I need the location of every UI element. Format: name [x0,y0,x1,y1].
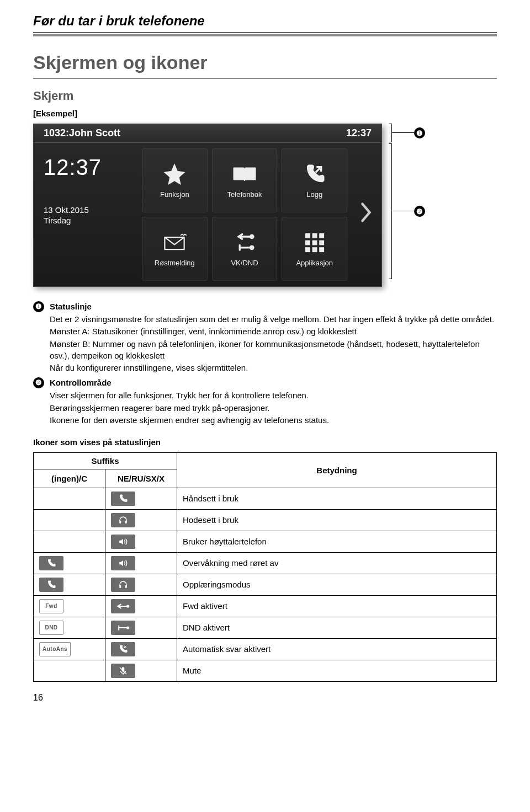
status-icon-headset [111,578,135,592]
cell-meaning: Bruker høyttalertelefon [177,531,497,552]
status-icon-dnd: DND [39,621,63,635]
svg-rect-3 [305,233,310,238]
table-row: AutoAnsAutomatisk svar aktivert [34,638,497,660]
tile-label: VK/DND [231,259,258,267]
big-time: 12:37 [44,155,132,180]
svg-rect-14 [119,585,121,588]
cell-meaning: DND aktivert [177,617,497,638]
svg-point-16 [126,605,129,607]
table-row: Håndsett i bruk [34,488,497,509]
rule [33,34,497,36]
svg-rect-5 [320,233,324,238]
definition-item: ❶StatuslinjeDet er 2 visningsmønstre for… [33,301,497,375]
tile-label: Funksjon [160,190,189,199]
tile-funksjon[interactable]: Funksjon [142,148,208,212]
cell-meaning: Opplæringsmodus [177,574,497,595]
definition-para: Mønster B: Nummer og navn på telefonlinj… [50,339,497,361]
callout-2: ❷ [414,206,425,217]
clock-column: 12:37 13 Okt.2015 Tirsdag [34,143,139,286]
cell-suffix-a: Fwd [34,595,105,617]
status-name: 1032:John Scott [44,127,120,139]
page-container: Før du tar i bruk telefonene Skjermen og… [0,0,530,719]
status-icon-fwd [111,599,135,613]
fwd-dnd-icon [231,231,258,254]
svg-rect-11 [320,247,324,252]
status-icon-mute [111,664,135,678]
status-icon-speaker [111,535,135,549]
definition-number: ❶ [33,301,44,312]
status-icon-headset [111,513,135,527]
svg-rect-13 [125,521,127,523]
tile-label: Logg [306,190,322,199]
tile-grid: Funksjon Telefonbok Logg [139,143,351,286]
section-title: Skjermen og ikoner [33,52,497,73]
definition-para: Det er 2 visningsmønstre for statuslinje… [50,314,497,325]
cell-meaning: Håndsett i bruk [177,488,497,509]
cell-suffix-b [105,595,177,617]
document-header: Før du tar i bruk telefonene [33,0,497,32]
svg-rect-7 [312,241,317,245]
th-ingen: (ingen)/C [34,469,105,488]
tile-logg[interactable]: Logg [282,148,347,212]
table-row: FwdFwd aktivert [34,595,497,617]
cell-meaning: Hodesett i bruk [177,509,497,531]
definition-number: ❷ [33,377,44,388]
status-time: 12:37 [346,127,372,139]
star-icon [161,163,188,186]
tile-rostmelding[interactable]: Røstmelding [142,217,208,281]
th-ne: NE/RU/SX/X [105,469,177,488]
tile-applikasjon[interactable]: Applikasjon [282,217,347,281]
cell-suffix-a [34,660,105,681]
definition-para: Når du konfigurerer innstillingene, vise… [50,362,497,374]
svg-rect-15 [125,585,127,588]
cell-meaning: Automatisk svar aktivert [177,638,497,660]
definition-para: Berøringsskjermen reagerer bare med tryk… [50,403,329,414]
definition-body: StatuslinjeDet er 2 visningsmønstre for … [50,301,497,375]
tile-telefonbok[interactable]: Telefonbok [212,148,278,212]
control-area: 12:37 13 Okt.2015 Tirsdag Funksjon [34,143,381,286]
definition-list: ❶StatuslinjeDet er 2 visningsmønstre for… [33,301,497,428]
status-icon-handset [39,556,63,570]
table-row: Hodesett i bruk [34,509,497,531]
cell-suffix-a [34,509,105,531]
cell-suffix-a [34,488,105,509]
cell-meaning: Overvåkning med røret av [177,552,497,574]
rule [33,78,497,79]
cell-suffix-b [105,638,177,660]
cell-suffix-b [105,509,177,531]
icon-table: Suffiks Betydning (ingen)/C NE/RU/SX/X H… [33,452,497,682]
th-meaning: Betydning [177,452,497,488]
table-row: Overvåkning med røret av [34,552,497,574]
cell-suffix-b [105,617,177,638]
svg-rect-8 [320,241,324,245]
cell-meaning: Mute [177,660,497,681]
svg-rect-6 [305,241,310,245]
cell-suffix-b [105,660,177,681]
svg-rect-10 [312,247,317,252]
callout-column: ❶ ❷ [389,124,425,281]
phonebook-icon [231,163,258,186]
next-page-arrow[interactable] [351,143,381,286]
apps-icon [301,231,328,254]
phone-screenshot: 1032:John Scott 12:37 12:37 13 Okt.2015 … [33,124,382,287]
svg-rect-4 [312,233,317,238]
tile-label: Applikasjon [296,259,333,267]
definition-para: Mønster A: Statusikoner (innstillinger, … [50,326,497,338]
calllog-icon [301,163,328,186]
cell-suffix-b [105,552,177,574]
statusbar: 1032:John Scott 12:37 [34,124,381,143]
cell-suffix-a [34,531,105,552]
svg-rect-9 [305,247,310,252]
table-heading: Ikoner som vises på statuslinjen [33,437,497,447]
voicemail-icon [161,231,188,254]
date: 13 Okt.2015 [44,205,132,215]
table-row: Bruker høyttalertelefon [34,531,497,552]
cell-suffix-b [105,574,177,595]
rule [33,32,497,33]
definition-lead: Kontrollområde [50,377,329,389]
tile-vk-dnd[interactable]: VK/DND [212,217,278,281]
definition-body: KontrollområdeViser skjermen for alle fu… [50,377,329,428]
status-icon-handset [111,492,135,506]
table-row: DNDDND aktivert [34,617,497,638]
th-suffix: Suffiks [34,452,177,469]
